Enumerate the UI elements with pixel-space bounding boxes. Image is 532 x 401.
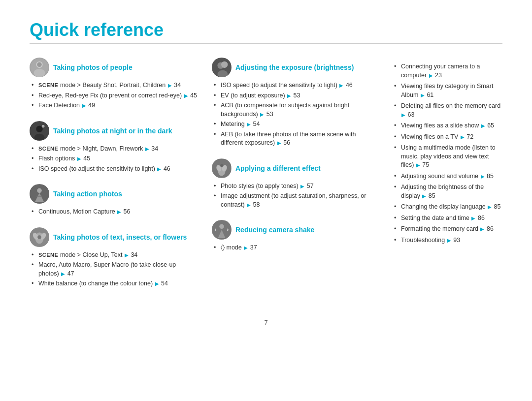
- section-night-header: Taking photos at night or in the dark: [30, 121, 197, 141]
- svg-point-22: [220, 164, 223, 167]
- section-night-title: Taking photos at night or in the dark: [53, 127, 172, 135]
- list-item: Using a multimedia mode (listen to music…: [394, 144, 502, 170]
- list-item: SCENE mode > Night, Dawn, Firework ▶ 34: [32, 145, 197, 154]
- action-icon: [30, 184, 49, 204]
- list-item: Changing the display language ▶ 85: [394, 203, 502, 212]
- section-macro-title: Taking photos of text, insects, or flowe…: [53, 233, 187, 241]
- list-item: Viewing files on a TV ▶ 72: [394, 133, 502, 142]
- list-item: ISO speed (to adjust the sensitivity to …: [214, 81, 379, 90]
- svg-point-6: [42, 124, 45, 127]
- section-macro-header: Taking photos of text, insects, or flowe…: [30, 227, 197, 247]
- right-column: Connecting your camera to a computer ▶ 2…: [394, 58, 502, 299]
- svg-point-2: [37, 62, 42, 67]
- list-item: 〈〉 mode ▶ 37: [214, 244, 379, 252]
- svg-point-1: [34, 69, 45, 77]
- list-item: Metering ▶ 54: [214, 120, 379, 129]
- list-item: Photo styles (to apply tones) ▶ 57: [214, 182, 379, 191]
- list-item: Face Detection ▶ 49: [32, 101, 197, 110]
- section-action-title: Taking action photos: [53, 190, 122, 198]
- list-item: Troubleshooting ▶ 93: [394, 236, 502, 245]
- list-item: Adjusting the brightness of the display …: [394, 183, 502, 200]
- macro-icon: [30, 227, 49, 247]
- list-item: White balance (to change the colour tone…: [32, 279, 197, 288]
- list-item: SCENE mode > Beauty Shot, Portrait, Chil…: [32, 81, 197, 90]
- exposure-icon: [212, 58, 232, 77]
- title-divider: [30, 43, 502, 44]
- page-number: 7: [30, 319, 502, 326]
- section-night-list: SCENE mode > Night, Dawn, Firework ▶ 34 …: [30, 145, 197, 174]
- section-people: Taking photos of people SCENE mode > Bea…: [30, 58, 197, 110]
- list-item: ACB (to compensate for subjects against …: [214, 101, 379, 119]
- list-item: Setting the date and time ▶ 86: [394, 214, 502, 223]
- night-icon: [30, 121, 49, 141]
- content-grid: Taking photos of people SCENE mode > Bea…: [30, 58, 502, 299]
- shake-icon: [212, 220, 232, 240]
- section-people-title: Taking photos of people: [53, 63, 133, 71]
- list-item: EV (to adjust exposure) ▶ 53: [214, 92, 379, 100]
- list-item: SCENE mode > Close Up, Text ▶ 34: [32, 251, 197, 260]
- section-exposure-header: Adjusting the exposure (brightness): [212, 58, 379, 77]
- section-effect-header: Applying a different effect: [212, 158, 379, 178]
- section-people-header: Taking photos of people: [30, 58, 197, 77]
- svg-point-13: [37, 235, 41, 239]
- section-effect-title: Applying a different effect: [235, 164, 321, 172]
- list-item: Image adjustment (to adjust saturation, …: [214, 192, 379, 209]
- list-item: Red-eye, Red-eye Fix (to prevent or corr…: [32, 92, 197, 100]
- list-item: Macro, Auto Macro, Super Macro (to take …: [32, 261, 197, 278]
- left-column: Taking photos of people SCENE mode > Bea…: [30, 58, 197, 299]
- list-item: AEB (to take three photos of the same sc…: [214, 130, 379, 148]
- list-item: Connecting your camera to a computer ▶ 2…: [394, 62, 502, 80]
- section-effect: Applying a different effect Photo styles…: [212, 158, 379, 210]
- section-action-list: Continuous, Motion Capture ▶ 56: [30, 208, 197, 216]
- svg-point-16: [221, 62, 228, 68]
- section-exposure-list: ISO speed (to adjust the sensitivity to …: [212, 81, 379, 148]
- section-action-header: Taking action photos: [30, 184, 197, 204]
- list-item: Viewing files as a slide show ▶ 65: [394, 122, 502, 130]
- page-title: Quick reference: [30, 20, 502, 40]
- section-shake-list: 〈〉 mode ▶ 37: [212, 244, 379, 252]
- section-macro-list: SCENE mode > Close Up, Text ▶ 34 Macro, …: [30, 251, 197, 288]
- svg-point-4: [36, 125, 42, 132]
- list-item: Flash options ▶ 45: [32, 154, 197, 163]
- list-item: Deleting all files on the memory card ▶ …: [394, 102, 502, 119]
- section-exposure-title: Adjusting the exposure (brightness): [235, 63, 354, 71]
- effect-icon: [212, 158, 232, 178]
- section-macro: Taking photos of text, insects, or flowe…: [30, 227, 197, 288]
- person-icon: [30, 58, 49, 77]
- right-col-list: Connecting your camera to a computer ▶ 2…: [394, 62, 502, 245]
- section-action: Taking action photos Continuous, Motion …: [30, 184, 197, 216]
- svg-point-24: [219, 224, 224, 229]
- section-effect-list: Photo styles (to apply tones) ▶ 57 Image…: [212, 182, 379, 210]
- section-night: Taking photos at night or in the dark SC…: [30, 121, 197, 174]
- list-item: Adjusting sound and volume ▶ 85: [394, 172, 502, 181]
- section-shake-title: Reducing camera shake: [235, 226, 314, 234]
- list-item: Continuous, Motion Capture ▶ 56: [32, 208, 197, 216]
- section-shake-header: Reducing camera shake: [212, 220, 379, 240]
- list-item: ISO speed (to adjust the sensitivity to …: [32, 165, 197, 174]
- svg-point-8: [37, 188, 42, 193]
- section-exposure: Adjusting the exposure (brightness) ISO …: [212, 58, 379, 148]
- middle-column: Adjusting the exposure (brightness) ISO …: [212, 58, 379, 299]
- section-shake: Reducing camera shake 〈〉 mode ▶ 37: [212, 220, 379, 252]
- list-item: Formatting the memory card ▶ 86: [394, 225, 502, 234]
- list-item: Viewing files by category in Smart Album…: [394, 82, 502, 99]
- section-people-list: SCENE mode > Beauty Shot, Portrait, Chil…: [30, 81, 197, 110]
